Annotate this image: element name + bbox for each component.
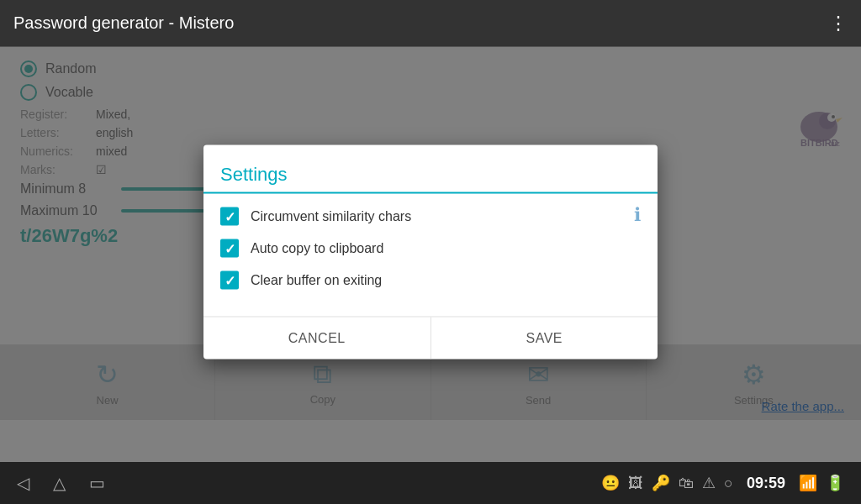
recent-apps-icon[interactable]: ▭ (89, 473, 105, 493)
circumvent-check-icon (224, 208, 235, 224)
dialog-title-bar: Settings (203, 145, 658, 192)
autocopy-checkbox[interactable] (220, 239, 239, 258)
autocopy-label: Auto copy to clipboard (251, 241, 383, 256)
circumvent-checkbox[interactable] (220, 207, 239, 226)
dialog-body: ℹ Circumvent similarity chars Auto copy … (203, 194, 658, 310)
title-bar: Password generator - Mistero ⋮ (0, 0, 861, 47)
info-icon[interactable]: ℹ (634, 204, 641, 226)
download-icon: 🛍 (679, 475, 694, 492)
home-icon[interactable]: △ (53, 473, 66, 493)
checkbox-autocopy: Auto copy to clipboard (220, 239, 641, 258)
back-icon[interactable]: ◁ (17, 473, 29, 493)
cancel-button[interactable]: Cancel (203, 318, 431, 360)
app-title: Password generator - Mistero (13, 13, 234, 33)
more-options-icon[interactable]: ⋮ (829, 13, 848, 34)
key-icon: 🔑 (652, 474, 670, 492)
save-button[interactable]: Save (431, 318, 658, 360)
clearbuffer-check-icon (224, 272, 235, 288)
dialog-title: Settings (220, 164, 288, 192)
clearbuffer-checkbox[interactable] (220, 271, 239, 290)
checkbox-clearbuffer: Clear buffer on exiting (220, 271, 641, 290)
autocopy-check-icon (224, 240, 235, 256)
dialog-actions: Cancel Save (203, 317, 658, 360)
nav-icons-right: 😐 🖼 🔑 🛍 ⚠ ○ 09:59 📶 🔋 (601, 474, 844, 492)
nav-bar: ◁ △ ▭ 😐 🖼 🔑 🛍 ⚠ ○ 09:59 📶 🔋 (0, 462, 861, 504)
user-icon: 😐 (601, 474, 620, 492)
gallery-icon: 🖼 (628, 475, 643, 492)
screen-icon: ○ (724, 475, 733, 492)
settings-dialog: Settings ℹ Circumvent similarity chars A… (203, 145, 658, 360)
checkbox-circumvent: Circumvent similarity chars (220, 207, 634, 226)
circumvent-label: Circumvent similarity chars (251, 209, 411, 224)
system-clock: 09:59 (747, 475, 785, 492)
nav-icons-left: ◁ △ ▭ (17, 473, 105, 493)
clearbuffer-label: Clear buffer on exiting (251, 273, 382, 288)
warning-icon: ⚠ (702, 474, 716, 492)
wifi-icon: 📶 (799, 474, 817, 492)
battery-icon: 🔋 (826, 474, 844, 492)
